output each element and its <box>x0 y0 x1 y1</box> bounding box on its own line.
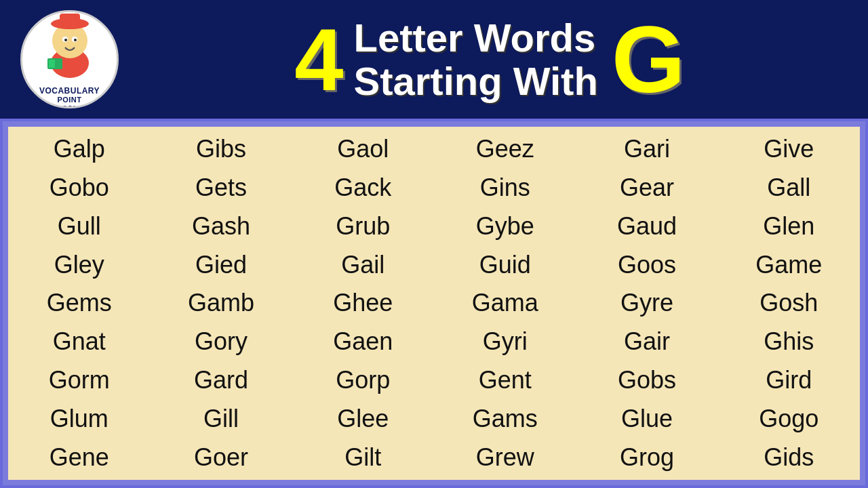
word-cell: Gley <box>8 245 150 284</box>
header: VOCABULARY POINT .COM 4 Letter Words Sta… <box>0 0 868 119</box>
word-cell: Gear <box>576 169 717 207</box>
word-cell: Gack <box>292 169 434 207</box>
word-cell: Gnat <box>8 323 150 361</box>
word-cell: Gail <box>292 245 434 284</box>
word-cell: Gamb <box>150 284 292 323</box>
number-4: 4 <box>294 16 343 104</box>
word-cell: Gyri <box>434 323 576 361</box>
word-cell: Game <box>718 245 860 284</box>
word-cell: Galp <box>8 130 150 169</box>
content-area: GalpGibsGaolGeezGariGiveGoboGetsGackGins… <box>3 121 865 485</box>
word-cell: Gird <box>718 361 860 400</box>
word-cell: Gyre <box>576 284 717 323</box>
word-cell: Gobo <box>8 169 150 207</box>
word-cell: Gill <box>150 399 292 438</box>
word-cell: Glee <box>292 399 434 438</box>
word-cell: Gids <box>718 438 860 476</box>
word-cell: Gash <box>150 207 292 246</box>
logo-vocab: VOCABULARY <box>39 86 100 96</box>
word-cell: Gene <box>8 438 150 476</box>
logo-com: .COM <box>60 105 79 108</box>
word-cell: Gets <box>150 169 292 207</box>
word-cell: Ghis <box>718 323 860 361</box>
word-cell: Gilt <box>292 438 434 476</box>
word-cell: Geez <box>434 130 576 169</box>
word-cell: Gull <box>8 207 150 246</box>
word-cell: Gall <box>718 169 860 207</box>
word-cell: Glum <box>8 399 150 438</box>
title-line1: Letter Words <box>354 16 596 60</box>
title-line2: Starting With <box>354 60 598 103</box>
word-grid: GalpGibsGaolGeezGariGiveGoboGetsGackGins… <box>8 127 860 480</box>
logo: VOCABULARY POINT .COM <box>20 10 119 108</box>
word-cell: Gins <box>434 169 576 207</box>
title-text: Letter Words Starting With <box>354 16 598 103</box>
word-cell: Gybe <box>434 207 576 246</box>
word-cell: Ghee <box>292 284 434 323</box>
word-cell: Gama <box>434 284 576 323</box>
logo-text: VOCABULARY POINT .COM <box>39 86 100 108</box>
word-cell: Gent <box>434 361 576 400</box>
word-cell: Goos <box>576 245 717 284</box>
letter-g: G <box>612 12 686 107</box>
svg-point-7 <box>74 39 77 41</box>
word-cell: Grub <box>292 207 434 246</box>
word-cell: Gosh <box>718 284 860 323</box>
word-cell: Gied <box>150 245 292 284</box>
word-cell: Glue <box>576 399 717 438</box>
word-cell: Grog <box>576 438 717 476</box>
word-cell: Goer <box>150 438 292 476</box>
svg-rect-3 <box>60 14 80 26</box>
svg-rect-10 <box>56 60 61 68</box>
word-cell: Gaud <box>576 207 717 246</box>
word-cell: Gaol <box>292 130 434 169</box>
word-cell: Gari <box>576 130 717 169</box>
word-cell: Gems <box>8 284 150 323</box>
svg-rect-9 <box>49 60 55 68</box>
word-cell: Guid <box>434 245 576 284</box>
logo-point: POINT <box>57 96 81 104</box>
word-cell: Gorm <box>8 361 150 400</box>
word-cell: Gorp <box>292 361 434 400</box>
word-cell: Gams <box>434 399 576 438</box>
word-cell: Gard <box>150 361 292 400</box>
word-cell: Gobs <box>576 361 717 400</box>
word-cell: Give <box>718 130 860 169</box>
word-cell: Gogo <box>718 399 860 438</box>
word-cell: Gair <box>576 323 717 361</box>
word-cell: Gaen <box>292 323 434 361</box>
mascot-icon <box>39 10 100 86</box>
word-cell: Gory <box>150 323 292 361</box>
word-cell: Grew <box>434 438 576 476</box>
svg-point-6 <box>64 39 67 41</box>
title-area: 4 Letter Words Starting With G <box>132 12 848 107</box>
word-cell: Gibs <box>150 130 292 169</box>
word-cell: Glen <box>718 207 860 246</box>
